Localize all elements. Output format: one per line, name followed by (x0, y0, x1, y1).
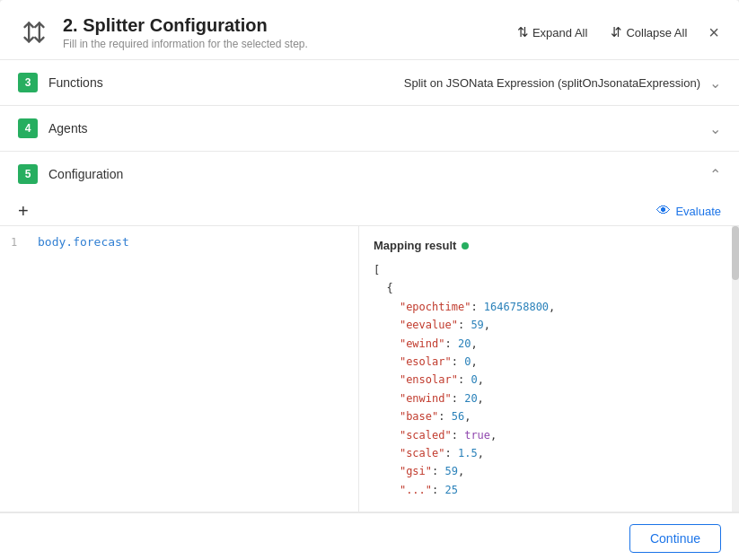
modal-title: 2. Splitter Configuration (63, 14, 501, 36)
section-badge-3: 3 (18, 73, 38, 92)
section-badge-5: 5 (18, 164, 38, 184)
modal-header: 2. Splitter Configuration Fill in the re… (0, 0, 739, 60)
line-number-1: 1 (11, 236, 29, 249)
section-label-functions: Functions (48, 75, 404, 90)
mapping-result-title: Mapping result (374, 239, 456, 252)
json-output: [ { "epochtime": 1646758800, "eevalue": … (374, 261, 725, 499)
code-mapping-area: 1 body.forecast Mapping result [ { "epoc… (0, 226, 739, 512)
collapse-all-button[interactable]: ⇵ Collapse All (607, 22, 691, 42)
chevron-functions: ⌄ (709, 74, 721, 92)
expand-all-button[interactable]: ⇅ Expand All (514, 22, 591, 42)
section-label-agents: Agents (48, 121, 709, 136)
continue-button[interactable]: Continue (629, 524, 721, 553)
header-actions: ⇅ Expand All ⇵ Collapse All × (514, 22, 721, 42)
code-line-1: 1 body.forecast (0, 235, 358, 249)
expand-all-icon: ⇅ (517, 24, 529, 40)
mapping-status-dot (462, 242, 469, 249)
evaluate-icon: 👁 (656, 203, 671, 219)
collapse-all-icon: ⇵ (611, 24, 622, 40)
scroll-track[interactable] (732, 226, 739, 512)
mapping-result-header: Mapping result (374, 239, 725, 252)
section-badge-4: 4 (18, 118, 38, 138)
configuration-content: + 👁 Evaluate 1 body.forecast Mapping res… (0, 197, 739, 512)
modal-subtitle: Fill in the required information for the… (63, 38, 501, 50)
mapping-result-panel: Mapping result [ { "epochtime": 16467588… (359, 226, 739, 512)
section-label-configuration: Configuration (48, 167, 709, 181)
header-text: 2. Splitter Configuration Fill in the re… (63, 14, 501, 50)
toolbar-row: + 👁 Evaluate (0, 197, 739, 226)
collapse-all-label: Collapse All (626, 26, 687, 39)
scroll-thumb (732, 226, 739, 280)
section-functions[interactable]: 3 Functions Split on JSONata Expression … (0, 60, 739, 106)
section-agents[interactable]: 4 Agents ⌄ (0, 106, 739, 152)
chevron-agents: ⌄ (709, 120, 721, 137)
close-button[interactable]: × (707, 23, 721, 41)
code-editor[interactable]: 1 body.forecast (0, 226, 359, 512)
add-button[interactable]: + (18, 202, 29, 220)
code-content-1: body.forecast (38, 235, 129, 249)
splitter-icon (18, 16, 50, 48)
splitter-config-modal: 2. Splitter Configuration Fill in the re… (0, 0, 739, 560)
modal-footer: Continue (0, 512, 739, 560)
chevron-configuration: ⌃ (709, 166, 721, 183)
evaluate-label: Evaluate (675, 205, 721, 218)
section-value-functions: Split on JSONata Expression (splitOnJson… (404, 76, 700, 90)
evaluate-button[interactable]: 👁 Evaluate (656, 203, 721, 219)
section-configuration[interactable]: 5 Configuration ⌃ (0, 152, 739, 197)
expand-all-label: Expand All (532, 26, 587, 39)
